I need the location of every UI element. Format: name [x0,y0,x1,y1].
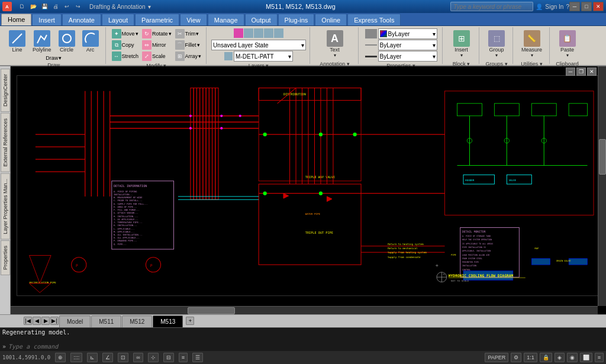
insert-button[interactable]: ⊞ Insert ▾ [450,28,473,60]
tab-output[interactable]: Output [245,14,278,25]
draw-dropdown[interactable]: Draw ▾ [46,55,62,61]
sidebar-tab-layer-props[interactable]: Layer Properties Man... [1,173,10,240]
polyline-button[interactable]: Polyline [30,28,54,54]
rotate-button[interactable]: ↻ Rotate ▾ [141,28,173,39]
layer-state-icon[interactable] [254,28,263,38]
mirror-label: Mirror [152,42,166,48]
tab-home[interactable]: Home [1,14,31,25]
circle-button[interactable]: Circle [56,28,78,54]
vertical-scrollbar[interactable] [598,66,606,306]
arc-button[interactable]: Arc [79,28,102,54]
tab-m511[interactable]: M511 [91,315,121,327]
paste-button[interactable]: 📋 Paste ▾ [556,28,579,60]
array-button[interactable]: ⊞ Array ▾ [174,51,203,62]
sidebar-tab-designcenter[interactable]: DesignCenter [1,69,10,112]
tab-layout[interactable]: Layout [102,14,134,25]
tab-manage[interactable]: Manage [208,14,244,25]
drawing-close-btn[interactable]: ✕ [587,67,597,76]
tab-add-btn[interactable]: + [186,317,194,325]
scroll-thumb-vertical[interactable] [599,139,606,175]
fillet-button[interactable]: ⌒ Fillet ▾ [174,40,203,50]
sidebar-tab-external-refs[interactable]: External References [1,113,10,172]
print-button[interactable]: 🖨 [50,1,61,12]
grid-toggle[interactable]: :::: [70,353,82,362]
otrack-toggle[interactable]: ∞ [133,353,143,362]
lock-viewport[interactable]: 🔒 [540,353,552,362]
hardware-accel[interactable]: ◈ [555,353,565,362]
trim-button[interactable]: ✂ Trim ▾ [174,28,203,39]
undo-button[interactable]: ↩ [62,1,72,12]
copy-button[interactable]: ⧉ Copy [111,40,140,50]
sidebar-tab-properties[interactable]: Properties [1,240,10,275]
qp-toggle[interactable]: ☰ [192,353,203,362]
tab-online[interactable]: Online [315,14,347,25]
maximize-button[interactable]: □ [581,2,592,11]
lwt-toggle[interactable]: ≡ [179,353,188,362]
tab-annotate[interactable]: Annotate [62,14,101,25]
open-button[interactable]: 📂 [28,1,38,12]
layer-lock-icon[interactable] [274,28,283,38]
svg-text:INSTALLATION: INSTALLATION [462,265,476,267]
svg-text:N: N [443,273,444,276]
tab-nav-first[interactable]: |◀ [24,317,32,325]
close-button[interactable]: ✕ [593,2,604,11]
command-input[interactable] [8,343,604,350]
tab-m512[interactable]: M512 [122,315,152,327]
hatch-dropdown[interactable]: M-DETL-PATT ▾ [234,51,293,62]
tab-parametric[interactable]: Parametric [135,14,179,25]
workspace-status[interactable]: ⚙ [511,353,521,362]
stretch-button[interactable]: ↔ Stretch [111,51,140,62]
annotation-scale[interactable]: 1:1 [524,353,537,362]
mirror-button[interactable]: ⇔ Mirror [141,40,173,50]
scale-button[interactable]: ⤢ Scale [141,51,173,62]
text-button[interactable]: A Text ▾ [324,28,346,60]
measure-button[interactable]: 📏 Measure ▾ [518,28,545,60]
tab-view[interactable]: View [180,14,207,25]
tab-m513[interactable]: M513 [153,315,183,327]
layer-state-dropdown[interactable]: Unsaved Layer State ▾ [211,40,306,50]
osnap-toggle[interactable]: ⊡ [118,353,128,362]
search-input[interactable] [450,2,533,11]
move-button[interactable]: ✦ Move ▾ [111,28,140,39]
scroll-thumb-horizontal[interactable] [188,307,235,314]
save-button[interactable]: 💾 [39,1,50,12]
snap-toggle[interactable]: ⊕ [55,353,66,362]
linetype-dropdown[interactable]: ByLayer ▾ [378,40,437,50]
dyn-toggle[interactable]: ⊟ [163,353,174,362]
sign-in-link[interactable]: Sign In [545,4,563,10]
drawing-area[interactable]: ─ ❐ ✕ DETAIL INFORMATION A. PIECE OF [11,66,606,314]
block-group: ⊞ Insert ▾ Block ▾ [444,27,479,64]
polar-toggle[interactable]: ∠ [102,353,113,362]
lineweight-dropdown[interactable]: ByLayer ▾ [378,51,437,62]
ortho-toggle[interactable]: ⊾ [87,353,98,362]
tab-nav-prev[interactable]: ◀ [33,317,41,325]
tab-express-tools[interactable]: Express Tools [347,14,401,25]
svg-text:CONTROL: CONTROL [462,269,470,271]
group-button[interactable]: ⬚ Group ▾ [485,28,508,60]
color-dropdown[interactable]: ByLayer ▾ [378,28,437,39]
layer-manager-icon[interactable] [234,28,243,38]
layer-prev-icon[interactable] [244,28,253,38]
ducs-toggle[interactable]: ⊹ [148,353,159,362]
tab-model[interactable]: Model [59,315,91,327]
tab-plugins[interactable]: Plug-ins [278,14,315,25]
redo-button[interactable]: ↪ [73,1,83,12]
tab-insert[interactable]: Insert [32,14,62,25]
svg-text:Supply from condensate: Supply from condensate [388,256,421,259]
drawing-restore-btn[interactable]: ❐ [576,67,586,76]
customize-status[interactable]: ≡ [595,353,604,362]
minimize-button[interactable]: ─ [569,2,580,11]
svg-text:M. APPLICABLE...: M. APPLICABLE... [114,231,134,233]
clean-screen[interactable]: ⬜ [580,353,592,362]
horizontal-scrollbar[interactable] [11,306,598,314]
hatch-icon[interactable] [224,52,233,60]
isolation-toggle[interactable]: ◉ [567,353,578,362]
line-button[interactable]: Line [6,28,28,54]
workspace-selector[interactable]: Drafting & Annotation [89,4,146,10]
tab-nav-next[interactable]: ▶ [41,317,50,325]
paper-model-toggle[interactable]: PAPER [485,353,508,362]
new-button[interactable]: 🗋 [17,1,27,12]
drawing-minimize-btn[interactable]: ─ [566,67,575,76]
layer-freeze-icon[interactable] [264,28,273,38]
tab-nav-last[interactable]: ▶| [50,317,59,325]
